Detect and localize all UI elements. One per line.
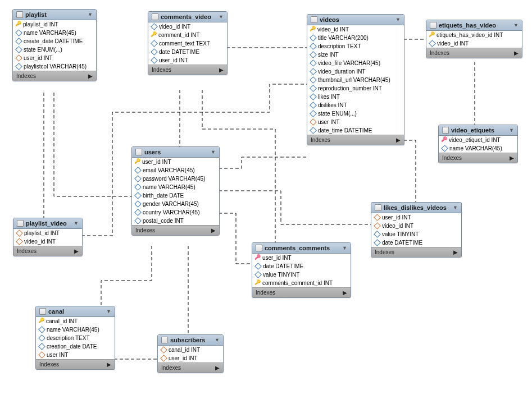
table-header[interactable]: subscribers▼ bbox=[158, 335, 223, 346]
collapse-icon[interactable]: ▼ bbox=[211, 149, 216, 155]
column-row[interactable]: comments_comment_id INT bbox=[252, 279, 351, 287]
column-row[interactable]: video_file VARCHAR(45) bbox=[307, 59, 404, 67]
table-header[interactable]: videos▼ bbox=[307, 15, 404, 25]
column-row[interactable]: likes INT bbox=[307, 93, 404, 101]
collapse-icon[interactable]: ▼ bbox=[106, 309, 111, 314]
indexes-section[interactable]: Indexes▶ bbox=[148, 65, 227, 75]
indexes-section[interactable]: Indexes▶ bbox=[13, 246, 82, 256]
column-row[interactable]: date DATETIME bbox=[148, 48, 227, 56]
column-row[interactable]: canal_id INT bbox=[36, 317, 115, 325]
column-row[interactable]: video_id INT bbox=[371, 222, 461, 230]
indexes-section[interactable]: Indexes▶ bbox=[439, 153, 517, 163]
column-row[interactable]: user_id INT bbox=[148, 56, 227, 65]
expand-icon[interactable]: ▶ bbox=[107, 361, 111, 368]
column-row[interactable]: etiquets_has_video_id INT bbox=[426, 31, 522, 39]
column-row[interactable]: creation_date DATE bbox=[36, 342, 115, 351]
column-row[interactable]: reproduction_number INT bbox=[307, 84, 404, 93]
column-row[interactable]: title VARCHAR(200) bbox=[307, 34, 404, 42]
column-row[interactable]: playlist_id INT bbox=[13, 20, 96, 29]
collapse-icon[interactable]: ▼ bbox=[219, 14, 224, 20]
column-row[interactable]: value TINYINT bbox=[371, 230, 461, 238]
table-header[interactable]: etiquets_has_video▼ bbox=[426, 20, 522, 31]
column-row[interactable]: date_time DATETIME bbox=[307, 126, 404, 135]
column-row[interactable]: date DATETIME bbox=[252, 262, 351, 270]
collapse-icon[interactable]: ▼ bbox=[513, 22, 519, 28]
column-row[interactable]: video_id INT bbox=[148, 22, 227, 31]
indexes-section[interactable]: Indexes▶ bbox=[158, 362, 223, 373]
column-row[interactable]: country VARCHAR(45) bbox=[132, 208, 219, 217]
column-row[interactable]: video_id INT bbox=[307, 25, 404, 34]
column-row[interactable]: create_date DATETIME bbox=[13, 37, 96, 45]
column-row[interactable]: birth_date DATE bbox=[132, 191, 219, 200]
column-row[interactable]: name VARCHAR(45) bbox=[13, 29, 96, 37]
collapse-icon[interactable]: ▼ bbox=[215, 337, 220, 343]
column-row[interactable]: thumbnail_url VARCHAR(45) bbox=[307, 76, 404, 84]
expand-icon[interactable]: ▶ bbox=[74, 248, 79, 254]
expand-icon[interactable]: ▶ bbox=[396, 137, 401, 143]
column-row[interactable]: user INT bbox=[36, 351, 115, 359]
expand-icon[interactable]: ▶ bbox=[453, 249, 458, 255]
column-row[interactable]: user_id INT bbox=[158, 354, 223, 362]
table-playlist_video[interactable]: playlist_video▼playlist_id INTvideo_id I… bbox=[13, 218, 83, 256]
column-row[interactable]: state ENUM(...) bbox=[307, 109, 404, 118]
column-row[interactable]: dislikes INT bbox=[307, 101, 404, 109]
indexes-section[interactable]: Indexes▶ bbox=[371, 247, 461, 257]
column-row[interactable]: gender VARCHAR(45) bbox=[132, 200, 219, 208]
collapse-icon[interactable]: ▼ bbox=[88, 12, 93, 17]
column-row[interactable]: date DATETIME bbox=[371, 238, 461, 247]
column-row[interactable]: name VARCHAR(45) bbox=[132, 183, 219, 191]
column-row[interactable]: playlist_id INT bbox=[13, 229, 82, 237]
expand-icon[interactable]: ▶ bbox=[88, 73, 93, 79]
column-row[interactable]: video_etiquet_id INT bbox=[439, 136, 517, 144]
table-video_etiquets[interactable]: video_etiquets▼video_etiquet_id INTname … bbox=[438, 125, 518, 163]
column-row[interactable]: postal_code INT bbox=[132, 217, 219, 225]
collapse-icon[interactable]: ▼ bbox=[342, 245, 347, 251]
expand-icon[interactable]: ▶ bbox=[219, 67, 224, 73]
column-row[interactable]: name VARCHAR(45) bbox=[439, 144, 517, 153]
collapse-icon[interactable]: ▼ bbox=[74, 221, 79, 226]
table-header[interactable]: playlist_video▼ bbox=[13, 218, 82, 229]
table-header[interactable]: likes_dislikes_videos▼ bbox=[371, 203, 461, 213]
column-row[interactable]: description TEXT bbox=[36, 334, 115, 342]
table-header[interactable]: canal▼ bbox=[36, 306, 115, 317]
table-header[interactable]: users▼ bbox=[132, 147, 219, 158]
table-comments_video[interactable]: comments_video▼video_id INTcomment_id IN… bbox=[148, 11, 228, 75]
column-row[interactable]: name VARCHAR(45) bbox=[36, 325, 115, 334]
column-row[interactable]: user INT bbox=[307, 118, 404, 126]
indexes-section[interactable]: Indexes▶ bbox=[132, 225, 219, 235]
collapse-icon[interactable]: ▼ bbox=[395, 17, 401, 22]
expand-icon[interactable]: ▶ bbox=[211, 227, 216, 233]
column-row[interactable]: user_id INT bbox=[252, 254, 351, 262]
column-row[interactable]: user_id INT bbox=[13, 54, 96, 62]
indexes-section[interactable]: Indexes▶ bbox=[307, 135, 404, 145]
column-row[interactable]: password VARCHAR(45) bbox=[132, 175, 219, 183]
table-subscribers[interactable]: subscribers▼canal_id INTuser_id INTIndex… bbox=[157, 334, 224, 373]
table-header[interactable]: comments_comments▼ bbox=[252, 243, 351, 254]
column-row[interactable]: video_id INT bbox=[13, 237, 82, 246]
column-row[interactable]: video_duration INT bbox=[307, 67, 404, 76]
collapse-icon[interactable]: ▼ bbox=[509, 127, 514, 133]
table-users[interactable]: users▼user_id INTemail VARCHAR(45)passwo… bbox=[131, 146, 220, 236]
expand-icon[interactable]: ▶ bbox=[215, 365, 220, 371]
column-row[interactable]: video_id INT bbox=[426, 39, 522, 48]
table-playlist[interactable]: playlist▼playlist_id INTname VARCHAR(45)… bbox=[12, 9, 97, 81]
indexes-section[interactable]: Indexes▶ bbox=[426, 48, 522, 58]
column-row[interactable]: playlistcol VARCHAR(45) bbox=[13, 62, 96, 71]
column-row[interactable]: email VARCHAR(45) bbox=[132, 166, 219, 175]
column-row[interactable]: size INT bbox=[307, 50, 404, 59]
column-row[interactable]: comment_id INT bbox=[148, 31, 227, 39]
column-row[interactable]: user_id INT bbox=[132, 158, 219, 166]
table-header[interactable]: playlist▼ bbox=[13, 10, 96, 20]
table-comments_comments[interactable]: comments_comments▼user_id INTdate DATETI… bbox=[252, 242, 351, 298]
column-row[interactable]: state ENUM(...) bbox=[13, 45, 96, 54]
table-likes_dislikes_videos[interactable]: likes_dislikes_videos▼user_id INTvideo_i… bbox=[371, 202, 462, 258]
table-header[interactable]: comments_video▼ bbox=[148, 12, 227, 22]
table-videos[interactable]: videos▼video_id INTtitle VARCHAR(200)des… bbox=[307, 14, 404, 145]
collapse-icon[interactable]: ▼ bbox=[453, 205, 458, 210]
table-etiquets_has_video[interactable]: etiquets_has_video▼etiquets_has_video_id… bbox=[426, 20, 522, 58]
column-row[interactable]: comment_text TEXT bbox=[148, 39, 227, 48]
expand-icon[interactable]: ▶ bbox=[343, 290, 347, 296]
column-row[interactable]: canal_id INT bbox=[158, 346, 223, 354]
column-row[interactable]: value TINYINT bbox=[252, 270, 351, 279]
column-row[interactable]: description TEXT bbox=[307, 42, 404, 50]
